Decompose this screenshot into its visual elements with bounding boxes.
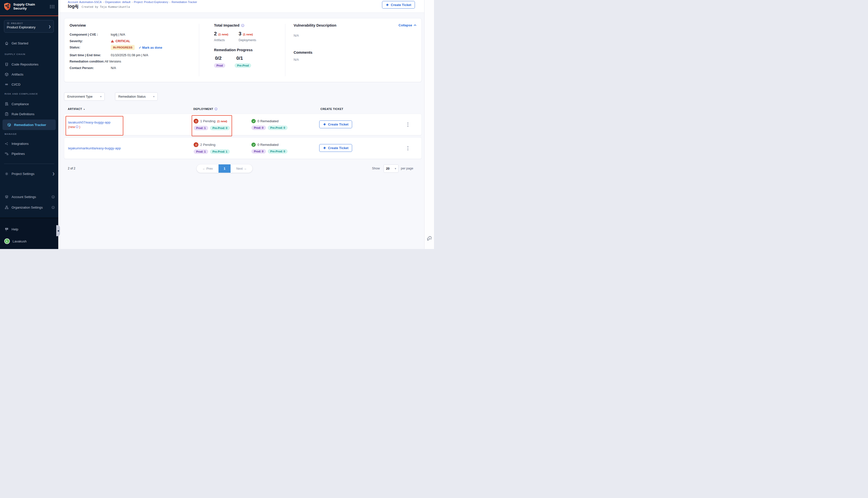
condition-label: Remediation condition:: [69, 60, 105, 63]
account-settings-layers-icon: [4, 195, 9, 199]
comments-value: N/A: [294, 58, 299, 62]
artifact-link[interactable]: tejakummarikuntla/easy-buggy-app: [68, 146, 133, 150]
sidebar-item-label: Artifacts: [12, 73, 23, 76]
overview-contact-row: Contact Person: N/A: [69, 66, 116, 70]
overview-condition-row: Remediation condition: All Versions: [69, 60, 121, 63]
sidebar-item-label: Code Repositories: [12, 63, 38, 66]
pagination-prev-button[interactable]: ← Prev: [197, 167, 219, 170]
preprod-count-badge: Pre-Prod: 0: [268, 149, 288, 154]
environment-type-filter[interactable]: Environment Type ▾: [64, 92, 105, 101]
row-menu-kebab-icon[interactable]: [406, 145, 410, 152]
vulnerability-description-heading: Vulnerability Description: [294, 23, 336, 27]
sidebar-item-project-settings[interactable]: Project Settings ❯: [0, 169, 58, 179]
row-menu-kebab-icon[interactable]: [406, 121, 410, 128]
info-icon[interactable]: [241, 24, 244, 27]
artifact-link[interactable]: lavakush07/easy-buggy-app: [68, 120, 126, 124]
show-label: Show: [372, 167, 380, 170]
vulnerability-description-value: N/A: [294, 34, 299, 37]
sidebar-footer: ? Help L Lavakush: [0, 218, 58, 249]
preprod-count-badge: Pre-Prod: 0: [268, 126, 288, 130]
project-label: PROJECT: [11, 22, 23, 25]
create-ticket-button-row[interactable]: Create Ticket: [319, 120, 352, 128]
code-repositories-icon: [4, 62, 9, 66]
user-avatar: L: [4, 238, 10, 244]
breadcrumb: Account: Automation-SSCA › Organization:…: [68, 0, 197, 3]
remediation-progress-heading: Remediation Progress: [214, 48, 252, 52]
table-row[interactable]: lavakush07/easy-buggy-app (new ) 1 Pendi…: [64, 114, 422, 135]
sidebar-item-integrations[interactable]: Integrations: [0, 139, 58, 148]
overview-card: Overview Component | CVE : log4j | N/A S…: [64, 18, 422, 82]
sidebar-item-pipelines[interactable]: Pipelines: [0, 148, 58, 159]
sidebar-item-compliance[interactable]: Compliance: [0, 99, 58, 109]
severity-value: CRITICAL: [116, 39, 130, 43]
page-header: Account: Automation-SSCA › Organization:…: [58, 0, 424, 13]
status-badge: IN-PROGRESS: [111, 45, 134, 50]
critical-warning-icon: [111, 40, 114, 43]
breadcrumb-separator: ›: [132, 1, 132, 3]
mark-as-done-link[interactable]: ✓ Mark as done: [139, 46, 162, 50]
remediation-status-filter[interactable]: Remediation Status ▾: [115, 92, 158, 101]
column-header-artifact[interactable]: ARTIFACT ▲: [68, 107, 85, 110]
collapse-link[interactable]: Collapse: [399, 23, 416, 27]
component-label: Component | CVE :: [69, 33, 111, 36]
pagination-pill: ← Prev 1 Next →: [197, 165, 252, 173]
overview-heading: Overview: [69, 23, 86, 27]
next-label: Next: [236, 167, 243, 170]
sidebar-item-label: Rule Definitions: [12, 112, 35, 116]
cicd-infinity-icon: ∞: [4, 82, 9, 87]
remediated-count: 0 Remediated: [257, 119, 278, 123]
page-size-select[interactable]: 20 ▾: [384, 165, 399, 173]
sidebar-item-rule-definitions[interactable]: Rule Definitions: [0, 109, 58, 119]
sidebar-item-cicd[interactable]: ∞ CI/CD: [0, 79, 58, 89]
create-ticket-button-row[interactable]: Create Ticket: [319, 144, 352, 152]
pagination-page-1[interactable]: 1: [219, 165, 231, 173]
sidebar-item-get-started[interactable]: Get Started: [0, 38, 58, 48]
sidebar-item-code-repositories[interactable]: Code Repositories: [0, 59, 58, 69]
environment-type-label: Environment Type: [67, 95, 93, 99]
info-icon[interactable]: [215, 107, 218, 110]
sidebar-item-remediation-tracker[interactable]: Remediation Tracker: [2, 119, 56, 130]
deployments-count: 3: [238, 31, 241, 37]
breadcrumb-account[interactable]: Account: Automation-SSCA: [68, 0, 102, 3]
info-icon[interactable]: [76, 125, 79, 128]
sidebar-user[interactable]: L Lavakush: [0, 236, 58, 246]
breadcrumb-project[interactable]: Project: Product Exploratory: [134, 0, 168, 3]
prod-count-badge: Prod: 0: [251, 126, 266, 130]
section-supply-chain: SUPPLY CHAIN: [4, 53, 25, 55]
rule-definitions-clipboard-icon: [4, 112, 9, 116]
sidebar-item-organization-settings[interactable]: Organization Settings: [0, 202, 58, 212]
prod-progress-fraction: 0/2: [215, 55, 221, 61]
sidebar-item-label: CI/CD: [12, 82, 20, 86]
sidebar-item-artifacts[interactable]: Artifacts: [0, 69, 58, 79]
accent-divider: [0, 16, 58, 16]
artifacts-cube-icon: [4, 72, 9, 77]
remediated-check-icon: [251, 143, 256, 147]
right-rail: [424, 0, 434, 249]
sidebar-item-account-settings[interactable]: Account Settings: [0, 192, 58, 202]
contact-value: N/A: [111, 66, 116, 70]
comments-heading: Comments: [294, 51, 312, 54]
breadcrumb-current[interactable]: Remediation Tracker: [171, 0, 197, 3]
feedback-chat-icon[interactable]: [426, 235, 432, 241]
artifact-cell: tejakummarikuntla/easy-buggy-app: [68, 137, 133, 159]
sidebar-item-help[interactable]: ? Help: [0, 224, 58, 234]
total-impacted-heading: Total Impacted: [214, 23, 239, 27]
project-selector[interactable]: PROJECT Product Exploratory ❯: [4, 20, 54, 32]
create-ticket-button-header[interactable]: Create Ticket: [382, 1, 415, 9]
condition-value: All Versions: [105, 60, 121, 63]
create-ticket-header-label: CREATE TICKET: [321, 107, 343, 110]
prod-count-badge: Prod: 0: [251, 149, 266, 154]
time-value: 01/10/2025 01:08 pm | N/A: [111, 53, 148, 57]
new-tag-close: ): [79, 125, 80, 129]
info-icon: [51, 195, 55, 198]
sidebar: Supply Chain Security PROJECT Product Ex…: [0, 0, 58, 249]
sidebar-collapse-handle[interactable]: ◀: [56, 225, 60, 236]
breadcrumb-organization[interactable]: Organization: default: [105, 0, 131, 3]
remediated-check-icon: [251, 119, 256, 123]
card-divider: [199, 24, 199, 76]
overview-status-row: Status: IN-PROGRESS ✓ Mark as done: [69, 45, 162, 50]
table-row[interactable]: tejakummarikuntla/easy-buggy-app 2 Pendi…: [64, 137, 422, 159]
module-grid-icon[interactable]: [50, 5, 55, 8]
pagination-next-button[interactable]: Next →: [231, 167, 252, 170]
jira-diamond-icon: [386, 3, 389, 6]
